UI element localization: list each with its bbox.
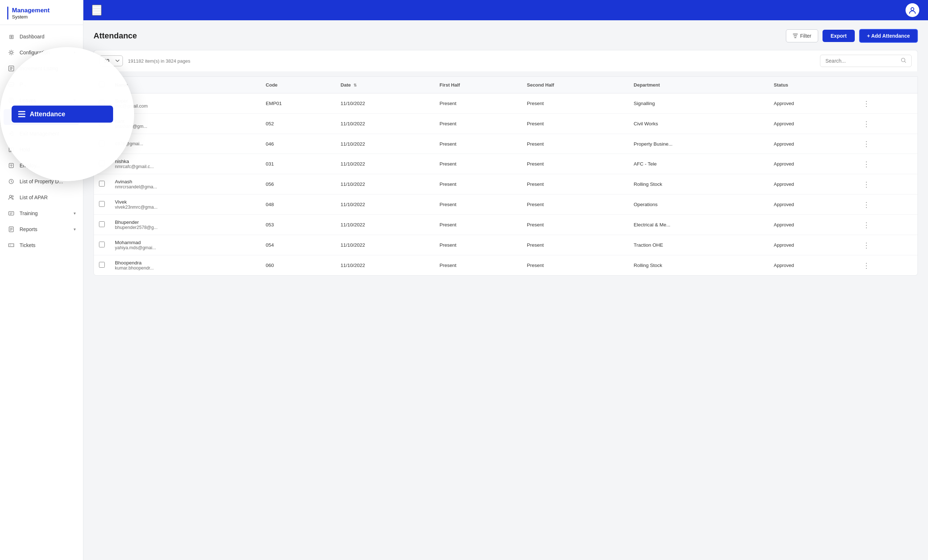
row-email-3: nmrcafc@gmail.c... bbox=[115, 164, 256, 169]
status-badge-5: Approved bbox=[774, 202, 794, 207]
dashboard-icon: ⊞ bbox=[7, 33, 15, 41]
logo-management: Management bbox=[12, 7, 50, 14]
td-name-8: Bhoopendra kumar.bhoopendr... bbox=[110, 256, 261, 275]
th-department: Department bbox=[629, 77, 769, 93]
row-actions-button-1[interactable]: ⋮ bbox=[861, 119, 872, 129]
td-actions-3: ⋮ bbox=[856, 154, 917, 174]
attendance-table-wrapper: Name Code Date ⇅ First Half Second Half … bbox=[93, 76, 918, 275]
reports-icon bbox=[7, 225, 15, 233]
content-area: Attendance Filter Export + Add Attendanc… bbox=[83, 20, 928, 560]
td-second-half-3: Present bbox=[522, 154, 629, 174]
row-checkbox-4[interactable] bbox=[99, 181, 105, 187]
td-status-3: Approved bbox=[769, 154, 856, 174]
td-second-half-8: Present bbox=[522, 256, 629, 275]
chevron-icon: ▾ bbox=[73, 98, 76, 103]
sidebar-item-increment-listing[interactable]: Increment Listing bbox=[0, 61, 83, 76]
sidebar-logo: Management System bbox=[0, 0, 83, 25]
sidebar-item-configuration[interactable]: Configuration ▾ bbox=[0, 44, 83, 61]
sidebar-nav: ⊞ Dashboard Configuration ▾ Increment Li… bbox=[0, 25, 83, 560]
th-date[interactable]: Date ⇅ bbox=[336, 77, 435, 93]
logo-text: Management System bbox=[12, 7, 50, 20]
sidebar-item-tickets[interactable]: Tickets bbox=[0, 237, 83, 253]
sidebar-item-leaves[interactable]: Leaves ▾ bbox=[0, 92, 83, 108]
status-badge-2: Approved bbox=[774, 141, 794, 147]
search-input[interactable] bbox=[826, 58, 898, 64]
td-department-5: Operations bbox=[629, 195, 769, 215]
row-email-2: 6978@gmai... bbox=[115, 141, 256, 146]
sidebar-item-training[interactable]: Training ▾ bbox=[0, 205, 83, 221]
sidebar-item-exit-management[interactable]: Exit Management bbox=[0, 126, 83, 142]
td-first-half-5: Present bbox=[435, 195, 522, 215]
row-checkbox-6[interactable] bbox=[99, 221, 105, 227]
sidebar-item-employees[interactable]: Employ... bbox=[0, 158, 83, 173]
row-checkbox-2[interactable] bbox=[99, 140, 105, 146]
sidebar-item-payroll[interactable]: P... bbox=[0, 76, 83, 92]
td-second-half-2: Present bbox=[522, 134, 629, 154]
td-date-8: 11/10/2022 bbox=[336, 256, 435, 275]
td-code-8: 060 bbox=[261, 256, 335, 275]
export-button[interactable]: Export bbox=[823, 30, 855, 42]
td-department-3: AFC - Tele bbox=[629, 154, 769, 174]
td-actions-7: ⋮ bbox=[856, 235, 917, 256]
td-department-7: Traction OHE bbox=[629, 235, 769, 256]
add-label: + Add Attendance bbox=[867, 33, 910, 39]
td-date-5: 11/10/2022 bbox=[336, 195, 435, 215]
status-badge-7: Approved bbox=[774, 242, 794, 248]
table-controls-left: 50 10 25 100 191182 item(s) in 3824 page… bbox=[100, 55, 190, 66]
row-actions-button-2[interactable]: ⋮ bbox=[861, 139, 872, 149]
sidebar-item-attendance[interactable]: Attendance bbox=[4, 109, 79, 125]
td-code-2: 046 bbox=[261, 134, 335, 154]
td-first-half-1: Present bbox=[435, 114, 522, 134]
sidebar-item-list-apar[interactable]: List of APAR bbox=[0, 189, 83, 205]
row-actions-button-3[interactable]: ⋮ bbox=[861, 159, 872, 169]
row-checkbox-0[interactable] bbox=[99, 100, 105, 106]
table-head: Name Code Date ⇅ First Half Second Half … bbox=[94, 77, 917, 93]
filter-label: Filter bbox=[800, 33, 811, 39]
menu-button[interactable] bbox=[92, 5, 102, 15]
sidebar-item-list-property[interactable]: List of Property D... bbox=[0, 173, 83, 189]
row-checkbox-3[interactable] bbox=[99, 160, 105, 166]
configuration-icon bbox=[7, 49, 15, 56]
row-actions-button-5[interactable]: ⋮ bbox=[861, 199, 872, 210]
row-actions-button-8[interactable]: ⋮ bbox=[861, 260, 872, 271]
user-avatar[interactable] bbox=[905, 3, 919, 17]
td-name-3: nishka nmrcafc@gmail.c... bbox=[110, 154, 261, 174]
table-row: Super mrc@gmail.com EMP01 11/10/2022 Pre… bbox=[94, 93, 917, 114]
row-checkbox-7[interactable] bbox=[99, 242, 105, 247]
row-checkbox-8[interactable] bbox=[99, 262, 105, 268]
td-first-half-3: Present bbox=[435, 154, 522, 174]
svg-point-11 bbox=[9, 195, 12, 198]
row-actions-button-4[interactable]: ⋮ bbox=[861, 179, 872, 189]
td-status-8: Approved bbox=[769, 256, 856, 275]
row-email-0: mrc@gmail.com bbox=[115, 103, 256, 109]
td-date-0: 11/10/2022 bbox=[336, 93, 435, 114]
table-row: Bhoopendra kumar.bhoopendr... 060 11/10/… bbox=[94, 256, 917, 275]
page-actions: Filter Export + Add Attendance bbox=[786, 29, 918, 43]
filter-button[interactable]: Filter bbox=[786, 29, 818, 43]
td-name-6: Bhupender bhupender2578@g... bbox=[110, 215, 261, 235]
row-email-4: nmrcrsandel@gma... bbox=[115, 184, 256, 189]
row-actions-button-7[interactable]: ⋮ bbox=[861, 240, 872, 250]
training-icon bbox=[7, 209, 15, 217]
row-checkbox-1[interactable] bbox=[99, 120, 105, 126]
svg-rect-8 bbox=[12, 148, 14, 152]
td-status-1: Approved bbox=[769, 114, 856, 134]
add-attendance-button[interactable]: + Add Attendance bbox=[859, 29, 918, 43]
row-actions-button-0[interactable]: ⋮ bbox=[861, 99, 872, 109]
sidebar-item-reports[interactable]: Reports ▾ bbox=[0, 221, 83, 237]
row-checkbox-5[interactable] bbox=[99, 201, 105, 207]
td-second-half-1: Present bbox=[522, 114, 629, 134]
per-page-select[interactable]: 50 10 25 100 bbox=[100, 55, 123, 66]
td-checkbox-6 bbox=[94, 215, 110, 235]
select-all-checkbox[interactable] bbox=[99, 82, 105, 87]
chevron-icon: ▾ bbox=[73, 211, 76, 216]
row-email-6: bhupender2578@g... bbox=[115, 225, 256, 230]
sidebar-item-label: Configuration bbox=[20, 50, 73, 55]
status-badge-3: Approved bbox=[774, 161, 794, 167]
sidebar-item-hold[interactable]: Hold bbox=[0, 142, 83, 158]
sidebar-item-dashboard[interactable]: ⊞ Dashboard bbox=[0, 29, 83, 44]
row-actions-button-6[interactable]: ⋮ bbox=[861, 220, 872, 230]
export-label: Export bbox=[830, 33, 846, 39]
td-status-0: Approved bbox=[769, 93, 856, 114]
td-department-6: Electrical & Me... bbox=[629, 215, 769, 235]
